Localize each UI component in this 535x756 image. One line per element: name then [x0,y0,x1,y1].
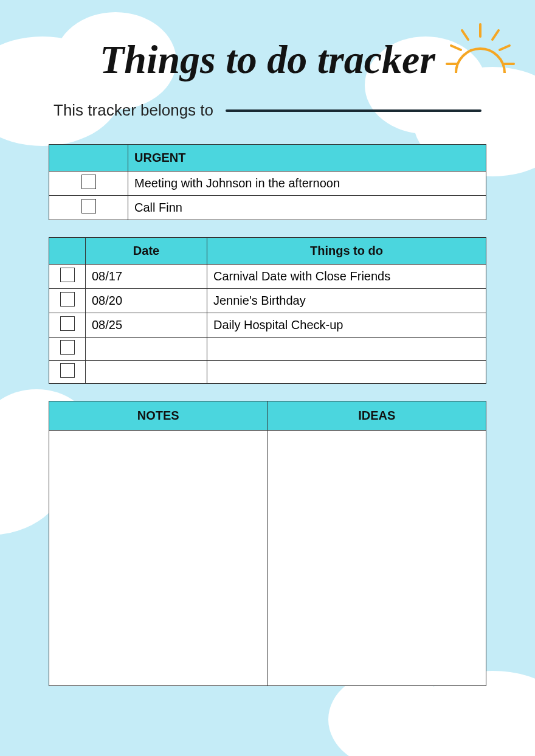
notes-header: NOTES [49,401,268,431]
table-row: Call Finn [49,196,486,220]
checkbox[interactable] [60,292,75,307]
todo-things-header: Things to do [207,238,486,265]
checkbox[interactable] [60,268,75,282]
table-row: 08/25 Daily Hospital Check-up [49,313,486,338]
todo-date: 08/20 [86,289,207,313]
page-title: Things to do tracker [49,36,486,83]
notes-ideas-table: NOTES IDEAS [49,401,486,686]
owner-input-line[interactable] [226,109,481,112]
urgent-table: URGENT Meeting with Johnson in the after… [49,144,486,220]
todo-task [207,338,486,361]
table-row: Meeting with Johnson in the afternoon [49,172,486,196]
todo-date [86,361,207,384]
table-row: 08/20 Jennie's Birthday [49,289,486,313]
svg-line-2 [492,30,499,40]
ideas-header: IDEAS [268,401,486,431]
todo-date: 08/17 [86,265,207,289]
todo-date-header: Date [86,238,207,265]
checkbox[interactable] [81,175,96,189]
checkbox[interactable] [60,363,75,378]
urgent-check-header [49,145,128,172]
todo-task: Carnival Date with Close Friends [207,265,486,289]
todo-date [86,338,207,361]
urgent-item-text: Call Finn [128,196,486,220]
checkbox[interactable] [60,340,75,355]
notes-cell[interactable] [49,431,268,686]
ideas-cell[interactable] [268,431,486,686]
todo-task: Jennie's Birthday [207,289,486,313]
checkbox[interactable] [60,316,75,331]
owner-row: This tracker belongs to [49,101,486,120]
urgent-header: URGENT [128,145,486,172]
checkbox[interactable] [81,199,96,213]
todo-task [207,361,486,384]
todo-date: 08/25 [86,313,207,338]
todo-table: Date Things to do 08/17 Carnival Date wi… [49,237,486,384]
table-row [49,361,486,384]
svg-line-4 [500,46,509,50]
owner-label: This tracker belongs to [54,101,213,120]
urgent-item-text: Meeting with Johnson in the afternoon [128,172,486,196]
table-row: 08/17 Carnival Date with Close Friends [49,265,486,289]
table-row [49,338,486,361]
todo-check-header [49,238,86,265]
todo-task: Daily Hospital Check-up [207,313,486,338]
